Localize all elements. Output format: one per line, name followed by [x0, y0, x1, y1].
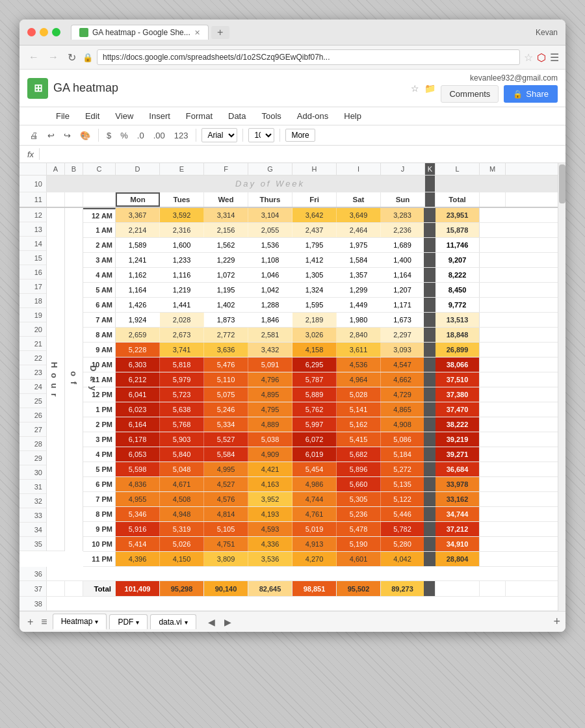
data-cell[interactable]: 4,158 [292, 343, 337, 357]
col-header-a[interactable]: A [47, 163, 65, 175]
data-cell[interactable]: 6,303 [116, 358, 160, 372]
total-cell[interactable]: 34,910 [436, 537, 480, 551]
all-sheets-icon[interactable]: ≡ [38, 614, 49, 630]
data-cell[interactable]: 2,214 [116, 223, 160, 237]
total-cell[interactable]: 23,951 [436, 208, 480, 222]
data-cell[interactable]: 5,026 [160, 537, 204, 551]
data-cell[interactable]: 5,723 [160, 387, 204, 402]
data-cell[interactable]: 4,593 [248, 522, 292, 536]
total-cell[interactable]: 33,162 [436, 492, 480, 506]
next-sheet-button[interactable]: ▶ [220, 616, 235, 629]
data-cell[interactable]: 4,751 [204, 537, 248, 551]
font-size-selector[interactable]: 10 [248, 128, 274, 142]
col-header-c[interactable]: C [83, 163, 116, 175]
data-cell[interactable]: 1,233 [160, 253, 204, 267]
data-cell[interactable]: 2,236 [381, 223, 425, 237]
data-cell[interactable]: 5,889 [292, 387, 337, 402]
data-cell[interactable]: 4,671 [160, 477, 204, 491]
data-cell[interactable]: 4,508 [160, 492, 204, 506]
cell-10c[interactable] [83, 176, 116, 192]
total-cell[interactable]: 37,212 [436, 522, 480, 536]
data-cell[interactable]: 5,091 [248, 358, 292, 372]
data-cell[interactable]: 4,964 [337, 372, 381, 387]
data-cell[interactable]: 1,402 [204, 298, 248, 312]
data-cell[interactable]: 6,178 [116, 432, 160, 447]
cell-37b[interactable] [65, 581, 83, 596]
data-cell[interactable]: 4,889 [248, 417, 292, 432]
data-cell[interactable]: 1,164 [116, 283, 160, 297]
decimal-increase-icon[interactable]: .00 [151, 129, 168, 142]
menu-data[interactable]: Data [226, 110, 248, 122]
data-cell[interactable]: 5,038 [248, 432, 292, 447]
data-cell[interactable]: 4,662 [381, 372, 425, 387]
cell-sat[interactable]: Sat [337, 192, 381, 207]
browser-tab[interactable]: GA heatmap - Google She... ✕ [71, 25, 209, 40]
data-cell[interactable]: 3,367 [116, 208, 160, 222]
menu-tools[interactable]: Tools [259, 110, 283, 122]
data-cell[interactable]: 1,412 [292, 253, 337, 267]
back-button[interactable]: ← [26, 50, 42, 64]
data-cell[interactable]: 5,414 [116, 537, 160, 551]
total-cell[interactable]: 38,222 [436, 417, 480, 432]
data-cell[interactable]: 4,795 [248, 402, 292, 417]
data-cell[interactable]: 3,432 [248, 343, 292, 357]
data-cell[interactable]: 5,916 [116, 522, 160, 536]
data-cell[interactable]: 5,997 [292, 417, 337, 432]
data-cell[interactable]: 1,600 [160, 238, 204, 252]
data-cell[interactable]: 5,979 [160, 372, 204, 387]
data-cell[interactable]: 5,141 [337, 402, 381, 417]
data-cell[interactable]: 1,400 [381, 253, 425, 267]
menu-edit[interactable]: Edit [83, 110, 102, 122]
data-cell[interactable]: 4,336 [248, 537, 292, 551]
cell-total-sun[interactable]: 89,273 [381, 581, 425, 596]
data-cell[interactable]: 1,046 [248, 268, 292, 282]
data-cell[interactable]: 1,536 [248, 238, 292, 252]
percent-icon[interactable]: % [118, 129, 131, 142]
total-cell[interactable]: 37,380 [436, 387, 480, 402]
cell-10l[interactable] [436, 176, 480, 192]
data-cell[interactable]: 4,909 [248, 447, 292, 462]
cell-total-grand[interactable] [436, 581, 480, 596]
data-cell[interactable]: 6,019 [292, 447, 337, 462]
total-cell[interactable]: 38,066 [436, 358, 480, 372]
data-cell[interactable]: 1,195 [204, 283, 248, 297]
sheet-tab-pdf-arrow[interactable]: ▾ [136, 619, 139, 626]
data-cell[interactable]: 4,744 [292, 492, 337, 506]
data-cell[interactable]: 5,840 [160, 447, 204, 462]
data-cell[interactable]: 2,055 [248, 223, 292, 237]
data-cell[interactable]: 1,426 [116, 298, 160, 312]
data-cell[interactable]: 5,162 [337, 417, 381, 432]
data-cell[interactable]: 5,028 [337, 387, 381, 402]
add-sheet-icon[interactable]: + [25, 614, 36, 630]
cell-11m[interactable] [480, 192, 506, 207]
data-cell[interactable]: 1,324 [292, 283, 337, 297]
data-cell[interactable]: 1,164 [381, 268, 425, 282]
data-cell[interactable]: 5,190 [337, 537, 381, 551]
data-cell[interactable]: 5,527 [204, 432, 248, 447]
data-cell[interactable]: 3,649 [337, 208, 381, 222]
col-header-k[interactable]: K [425, 163, 436, 175]
data-cell[interactable]: 2,840 [337, 328, 381, 342]
data-cell[interactable]: 5,818 [160, 358, 204, 372]
data-cell[interactable]: 3,636 [204, 343, 248, 357]
total-cell[interactable]: 37,510 [436, 372, 480, 387]
data-cell[interactable]: 1,116 [160, 268, 204, 282]
cell-11a[interactable] [47, 192, 65, 207]
data-cell[interactable]: 5,086 [381, 432, 425, 447]
data-cell[interactable]: 5,903 [160, 432, 204, 447]
total-cell[interactable]: 39,271 [436, 447, 480, 462]
data-cell[interactable]: 6,295 [292, 358, 337, 372]
undo-icon[interactable]: ↩ [45, 129, 57, 142]
settings-icon[interactable]: ☰ [550, 51, 559, 64]
data-cell[interactable]: 4,865 [381, 402, 425, 417]
data-cell[interactable]: 3,104 [248, 208, 292, 222]
data-cell[interactable]: 1,441 [160, 298, 204, 312]
data-cell[interactable]: 4,986 [292, 477, 337, 491]
data-cell[interactable]: 5,446 [381, 507, 425, 521]
data-cell[interactable]: 1,980 [337, 313, 381, 327]
cell-11c[interactable] [83, 192, 116, 207]
data-cell[interactable]: 5,660 [337, 477, 381, 491]
data-cell[interactable]: 3,314 [204, 208, 248, 222]
data-cell[interactable]: 4,270 [292, 552, 337, 566]
cell-mon[interactable]: Mon [116, 192, 160, 207]
